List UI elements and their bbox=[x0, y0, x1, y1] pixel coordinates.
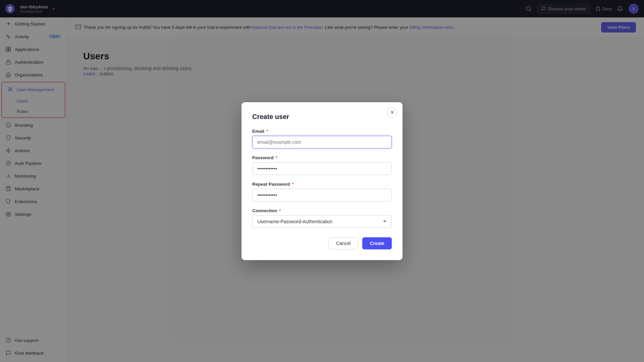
connection-select[interactable]: Username-Password-Authentication bbox=[252, 215, 392, 228]
password-input[interactable] bbox=[252, 162, 392, 175]
email-label: Email * bbox=[252, 129, 392, 134]
modal-close-button[interactable]: ✕ bbox=[387, 108, 397, 118]
email-required-marker: * bbox=[266, 129, 268, 134]
connection-form-group: Connection * Username-Password-Authentic… bbox=[252, 208, 392, 228]
email-input[interactable] bbox=[252, 136, 392, 148]
password-required-marker: * bbox=[276, 155, 277, 160]
cancel-button[interactable]: Cancel bbox=[328, 237, 359, 249]
connection-label: Connection * bbox=[252, 208, 392, 213]
password-label: Password * bbox=[252, 155, 392, 160]
password-form-group: Password * bbox=[252, 155, 392, 175]
modal-title: Create user bbox=[252, 113, 392, 121]
email-form-group: Email * bbox=[252, 129, 392, 148]
create-button[interactable]: Create bbox=[362, 237, 392, 249]
modal-overlay[interactable]: Create user ✕ Email * Password * Repeat … bbox=[0, 0, 644, 362]
repeat-password-label: Repeat Password * bbox=[252, 182, 392, 187]
create-user-modal: Create user ✕ Email * Password * Repeat … bbox=[241, 102, 402, 260]
connection-required-marker: * bbox=[279, 208, 281, 213]
repeat-password-form-group: Repeat Password * bbox=[252, 182, 392, 201]
modal-actions: Cancel Create bbox=[252, 237, 392, 249]
repeat-password-input[interactable] bbox=[252, 189, 392, 201]
repeat-password-required-marker: * bbox=[292, 182, 293, 187]
